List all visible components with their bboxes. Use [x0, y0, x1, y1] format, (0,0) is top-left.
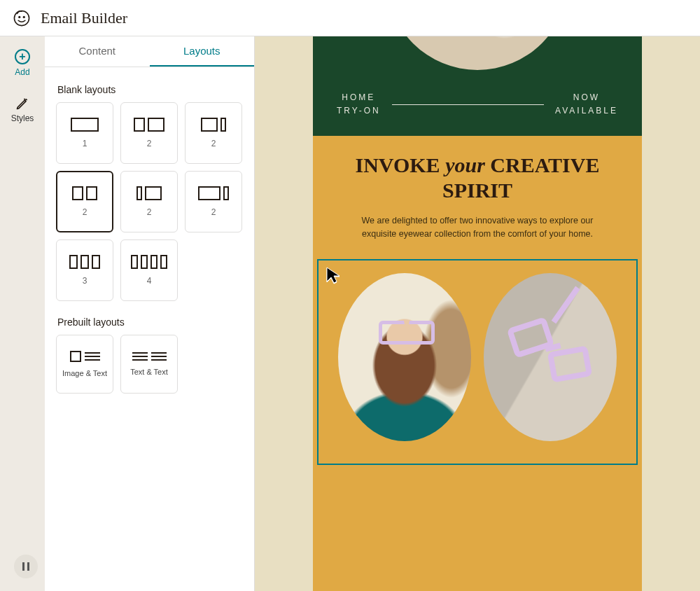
layout-2col-b[interactable]: 2 [185, 102, 242, 164]
divider-line [392, 104, 544, 105]
tab-content[interactable]: Content [45, 36, 150, 67]
subcopy[interactable]: We are delighted to offer two innovative… [344, 214, 610, 241]
selected-layout-block[interactable] [317, 259, 638, 465]
pause-icon [27, 562, 29, 571]
add-button[interactable]: + Add [15, 49, 30, 77]
text-lines-icon [85, 352, 100, 361]
sidebar-panel: Content Layouts Blank layouts 1 2 2 2 [45, 36, 255, 591]
layout-2col-d[interactable]: 2 [120, 171, 178, 232]
svg-point-1 [18, 15, 20, 18]
svg-point-0 [14, 11, 29, 25]
layout-2col-a[interactable]: 2 [120, 102, 178, 164]
headline-block[interactable]: INVOKE your CREATIVE SPIRIT We are delig… [313, 136, 642, 255]
nav-left-text[interactable]: HOME TRY-ON [337, 91, 381, 118]
sidebar-body: Blank layouts 1 2 2 2 2 [45, 67, 254, 403]
app-header: Email Builder [0, 0, 700, 36]
image-placeholder-icon [70, 351, 81, 362]
prebuilt-text-text[interactable]: Text & Text [120, 335, 178, 394]
two-column-content [324, 266, 631, 458]
layout-4col[interactable]: 4 [120, 239, 178, 301]
glasses-graphic [505, 315, 603, 413]
layout-2col-e[interactable]: 2 [185, 171, 242, 232]
product-image-right[interactable] [484, 273, 617, 441]
prebuilt-image-text[interactable]: Image & Text [56, 335, 113, 394]
product-image-left[interactable] [338, 273, 471, 441]
hero-section[interactable]: HOME TRY-ON NOW AVAILABLE [313, 36, 642, 136]
styles-label: Styles [11, 113, 34, 123]
hero-image[interactable] [386, 36, 568, 70]
headline[interactable]: INVOKE your CREATIVE SPIRIT [327, 153, 628, 203]
nav-right-text[interactable]: NOW AVAILABLE [555, 91, 618, 118]
layout-2col-c[interactable]: 2 [56, 171, 113, 232]
pencil-icon [15, 97, 29, 111]
pause-button[interactable] [14, 555, 38, 578]
prebuilt-layouts-title: Prebuilt layouts [57, 317, 243, 328]
left-rail: + Add Styles [0, 36, 45, 591]
svg-point-2 [23, 15, 25, 18]
layout-1col[interactable]: 1 [56, 102, 113, 164]
app-title: Email Builder [41, 9, 127, 27]
pause-icon [22, 562, 24, 571]
add-label: Add [15, 67, 29, 77]
blank-layouts-title: Blank layouts [57, 84, 243, 95]
blank-layouts-grid: 1 2 2 2 2 2 [56, 102, 243, 301]
layout-3col[interactable]: 3 [56, 239, 113, 301]
tab-layouts[interactable]: Layouts [150, 36, 255, 67]
text-lines-icon [132, 352, 148, 361]
email-preview[interactable]: HOME TRY-ON NOW AVAILABLE INVOKE your CR… [313, 36, 642, 591]
brand-logo [13, 9, 31, 27]
styles-button[interactable]: Styles [11, 97, 34, 123]
sidebar-tabs: Content Layouts [45, 36, 254, 67]
plus-circle-icon: + [15, 49, 30, 64]
monkey-icon [13, 9, 31, 27]
prebuilt-layouts-grid: Image & Text Text & Text [56, 335, 243, 394]
hero-nav: HOME TRY-ON NOW AVAILABLE [313, 70, 642, 125]
text-lines-icon [151, 352, 167, 361]
editor-canvas[interactable]: HOME TRY-ON NOW AVAILABLE INVOKE your CR… [255, 36, 700, 591]
